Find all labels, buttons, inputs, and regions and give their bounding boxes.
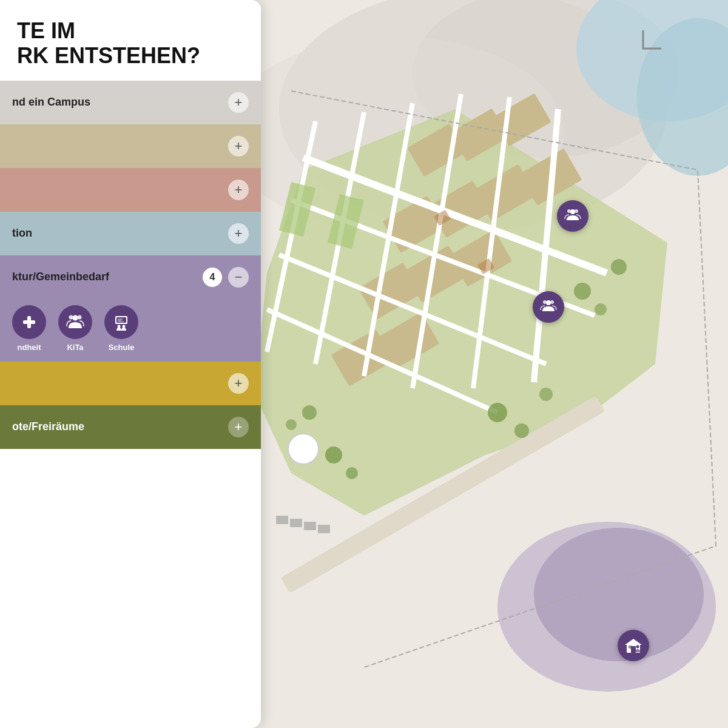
accordion-item-6[interactable]: + <box>0 362 261 405</box>
svg-point-68 <box>78 315 82 319</box>
kita-icon-circle <box>58 305 92 339</box>
school-pin[interactable] <box>618 630 649 661</box>
panel-title-area: TE IM RK ENTSTEHEN? <box>0 0 261 81</box>
svg-point-56 <box>550 300 554 304</box>
accordion-item-campus[interactable]: nd ein Campus + <box>0 81 261 124</box>
sub-icons-row: ndheit KiTa <box>12 305 249 352</box>
infrastructure-collapse-btn[interactable]: − <box>228 267 249 288</box>
svg-rect-34 <box>276 516 288 524</box>
school-icon-circle <box>104 305 138 339</box>
svg-point-39 <box>325 447 342 463</box>
kita-icon <box>66 312 85 332</box>
accordion-item-infrastructure[interactable]: ktur/Gemeinbedarf 4 − <box>0 255 261 299</box>
kita-label: KiTa <box>67 343 83 352</box>
school-icon-sub <box>112 312 131 332</box>
svg-point-66 <box>73 315 78 320</box>
accordion-item-mobility[interactable]: tion + <box>0 212 261 255</box>
campus-expand-btn[interactable]: + <box>228 92 249 113</box>
svg-point-44 <box>574 283 591 300</box>
infrastructure-right: 4 − <box>203 267 249 288</box>
infrastructure-sub-items: ndheit KiTa <box>0 299 261 362</box>
mobility-label: tion <box>12 227 32 240</box>
svg-point-72 <box>123 325 126 328</box>
kita-icon-2 <box>539 298 558 316</box>
item2-expand-btn[interactable]: + <box>228 136 249 157</box>
svg-point-43 <box>539 388 553 401</box>
svg-rect-65 <box>23 320 35 324</box>
accordion-item-2[interactable]: + <box>0 124 261 168</box>
school-icon <box>624 636 642 655</box>
svg-point-51 <box>570 209 575 214</box>
freiraum-label: ote/Freiräume <box>12 420 84 433</box>
health-icon-circle <box>12 305 46 339</box>
svg-rect-35 <box>290 519 302 527</box>
svg-point-42 <box>514 423 529 438</box>
campus-label: nd ein Campus <box>12 96 90 109</box>
svg-point-71 <box>118 325 121 328</box>
item6-expand-btn[interactable]: + <box>228 373 249 394</box>
svg-point-38 <box>288 434 318 464</box>
health-icon <box>21 314 38 331</box>
svg-point-53 <box>575 209 578 213</box>
svg-rect-62 <box>629 645 632 649</box>
panel-title: TE IM RK ENTSTEHEN? <box>17 18 244 69</box>
kita-pin-1[interactable] <box>557 200 588 232</box>
accordion-item-3[interactable]: + <box>0 168 261 212</box>
accordion-item-freiraum[interactable]: ote/Freiräume + <box>0 405 261 449</box>
svg-point-41 <box>488 403 507 422</box>
svg-point-45 <box>595 303 607 315</box>
infrastructure-label: ktur/Gemeinbedarf <box>12 271 109 283</box>
mobility-expand-btn[interactable]: + <box>228 223 249 244</box>
svg-marker-58 <box>625 639 642 645</box>
svg-point-63 <box>636 645 639 649</box>
item3-expand-btn[interactable]: + <box>228 180 249 200</box>
svg-point-67 <box>69 315 73 319</box>
freiraum-expand-btn[interactable]: + <box>228 417 249 437</box>
svg-point-46 <box>611 259 627 275</box>
svg-point-48 <box>286 419 297 430</box>
kita-pin-2[interactable] <box>533 291 564 323</box>
svg-rect-37 <box>318 525 330 533</box>
school-sub-item[interactable]: Schule <box>104 305 138 352</box>
left-panel: TE IM RK ENTSTEHEN? nd ein Campus + + + … <box>0 0 261 728</box>
school-label: Schule <box>109 343 135 352</box>
svg-rect-36 <box>304 522 316 530</box>
health-label: ndheit <box>18 343 41 352</box>
svg-point-47 <box>302 405 317 420</box>
svg-point-54 <box>546 300 551 305</box>
health-sub-item[interactable]: ndheit <box>12 305 46 352</box>
kita-sub-item[interactable]: KiTa <box>58 305 92 352</box>
svg-point-55 <box>543 300 547 304</box>
svg-point-40 <box>346 467 358 479</box>
svg-point-52 <box>567 209 571 213</box>
kita-icon-1 <box>564 207 582 225</box>
infrastructure-count: 4 <box>203 268 222 287</box>
